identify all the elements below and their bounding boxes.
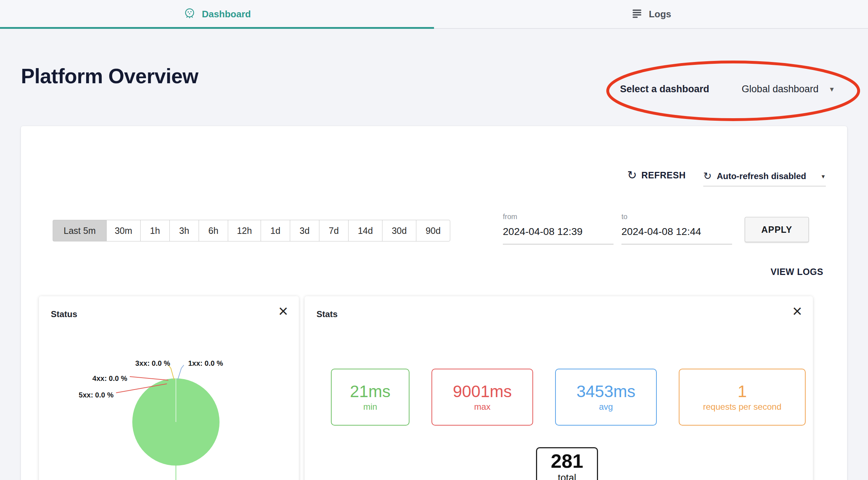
tab-dashboard-label: Dashboard xyxy=(202,9,251,20)
pie-label-5xx: 5xx: 0.0 % xyxy=(79,391,114,399)
pie-leader-1xx xyxy=(178,365,184,380)
pie-label-3xx: 3xx: 0.0 % xyxy=(135,359,170,367)
close-icon[interactable]: × xyxy=(792,303,802,319)
range-button-14d[interactable]: 14d xyxy=(348,220,382,241)
from-value[interactable]: 2024-04-08 12:39 xyxy=(503,226,614,237)
auto-refresh-icon: ↻ xyxy=(703,171,712,181)
status-panel-title: Status xyxy=(51,309,77,319)
pie-leader-4xx xyxy=(130,377,168,380)
stat-total: 281 total xyxy=(536,447,598,480)
dashboard-select-row: Select a dashboard Global dashboard ▼ xyxy=(620,84,835,95)
logs-icon xyxy=(631,7,643,21)
active-tab-indicator xyxy=(0,27,434,29)
auto-refresh-label: Auto-refresh disabled xyxy=(717,171,806,181)
tab-logs-label: Logs xyxy=(649,9,671,20)
tab-logs[interactable]: Logs xyxy=(434,0,868,28)
range-button-30d[interactable]: 30d xyxy=(382,220,416,241)
stat-row: 21ms min 9001ms max 3453ms avg 1 request… xyxy=(331,369,806,426)
pie-main-slice xyxy=(132,378,220,466)
range-button-1d[interactable]: 1d xyxy=(261,220,290,241)
stat-rps-label: requests per second xyxy=(703,402,781,412)
stat-max-label: max xyxy=(474,402,490,412)
range-button-1h[interactable]: 1h xyxy=(140,220,170,241)
stats-panel-title: Stats xyxy=(316,309,338,319)
refresh-label: REFRESH xyxy=(641,170,686,181)
chevron-down-icon: ▼ xyxy=(820,174,826,179)
pie-label-1xx: 1xx: 0.0 % xyxy=(188,359,223,367)
stats-panel: Stats × 21ms min 9001ms max 3453ms avg 1… xyxy=(305,296,813,480)
refresh-button[interactable]: ↻ REFRESH xyxy=(627,169,686,181)
view-logs-link[interactable]: VIEW LOGS xyxy=(771,267,823,277)
from-label: from xyxy=(503,213,614,221)
stat-avg-label: avg xyxy=(599,402,613,412)
page-title: Platform Overview xyxy=(21,64,198,88)
auto-refresh-select[interactable]: ↻ Auto-refresh disabled ▼ xyxy=(703,166,826,186)
range-button-6h[interactable]: 6h xyxy=(199,220,228,241)
time-range-group: Last 5m 30m 1h 3h 6h 12h 1d 3d 7d 14d 30… xyxy=(53,220,450,241)
pie-leader-5xx xyxy=(116,384,167,393)
stat-min: 21ms min xyxy=(331,369,409,426)
range-button-3d[interactable]: 3d xyxy=(290,220,319,241)
stat-requests-per-second: 1 requests per second xyxy=(679,369,806,426)
chevron-down-icon: ▼ xyxy=(829,86,835,93)
to-label: to xyxy=(621,213,732,221)
dashboard-select[interactable]: Global dashboard ▼ xyxy=(742,84,835,95)
apply-button[interactable]: APPLY xyxy=(745,217,809,242)
pie-leader-3xx xyxy=(168,365,174,380)
dashboard-icon xyxy=(183,7,196,21)
stat-total-label: total xyxy=(558,472,576,480)
range-button-90d[interactable]: 90d xyxy=(416,220,450,241)
stat-max: 9001ms max xyxy=(431,369,533,426)
pie-label-4xx: 4xx: 0.0 % xyxy=(92,374,127,382)
tab-bar: Dashboard Logs xyxy=(0,0,868,29)
dashboard-card: ↻ REFRESH ↻ Auto-refresh disabled ▼ Last… xyxy=(21,126,847,480)
stat-avg-value: 3453ms xyxy=(576,382,636,401)
stat-total-value: 281 xyxy=(551,450,583,472)
stat-max-value: 9001ms xyxy=(453,382,512,401)
to-field[interactable]: to 2024-04-08 12:44 xyxy=(621,213,732,244)
dashboard-select-label: Select a dashboard xyxy=(620,84,709,95)
range-button-30m[interactable]: 30m xyxy=(106,220,141,241)
stat-rps-value: 1 xyxy=(738,382,747,401)
status-pie-chart: 3xx: 0.0 % 1xx: 0.0 % 4xx: 0.0 % 5xx: 0.… xyxy=(39,296,299,480)
tab-dashboard[interactable]: Dashboard xyxy=(0,0,434,28)
range-button-last-5m[interactable]: Last 5m xyxy=(53,220,107,241)
range-button-3h[interactable]: 3h xyxy=(169,220,199,241)
from-field[interactable]: from 2024-04-08 12:39 xyxy=(503,213,614,244)
stat-min-value: 21ms xyxy=(350,382,390,401)
status-panel: Status × 3xx: 0.0 % 1xx: 0.0 % 4xx: 0.0 … xyxy=(39,296,299,480)
app-screen: Dashboard Logs Platform Overview Select … xyxy=(0,0,868,480)
range-button-12h[interactable]: 12h xyxy=(228,220,261,241)
refresh-icon: ↻ xyxy=(627,169,637,181)
stat-min-label: min xyxy=(363,402,377,412)
close-icon[interactable]: × xyxy=(278,303,288,319)
dashboard-select-value: Global dashboard xyxy=(742,84,819,95)
stat-avg: 3453ms avg xyxy=(555,369,657,426)
range-button-7d[interactable]: 7d xyxy=(319,220,349,241)
to-value[interactable]: 2024-04-08 12:44 xyxy=(621,226,732,237)
